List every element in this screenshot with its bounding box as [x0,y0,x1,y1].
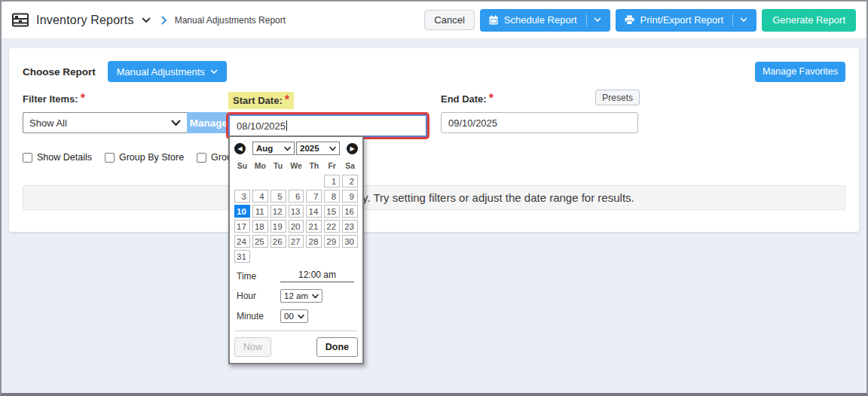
checkbox-box[interactable] [197,153,206,163]
calendar-day-7[interactable]: 7 [306,190,322,203]
empty-results-bar: y. Try setting filters or adjust the dat… [23,185,845,210]
calendar-day-12[interactable]: 12 [270,205,286,218]
calendar-day-30[interactable]: 30 [342,235,358,248]
calendar-grid: 1234567891011121314151617181920212223242… [234,175,358,263]
required-asterisk: * [285,93,289,106]
calendar-day-25[interactable]: 25 [252,235,268,248]
hour-value: 12 am [284,291,308,300]
checkbox-group-by-store[interactable]: Group By Store [105,152,184,163]
filter-items-label: Filter Items: [23,93,78,105]
weekday-label: Sa [342,161,358,170]
weekday-label: Fr [324,161,340,170]
calendar-day-14[interactable]: 14 [306,205,322,218]
checkbox-box[interactable] [105,153,115,163]
report-select-button[interactable]: Manual Adjustments [108,61,227,82]
manage-favorites-button[interactable]: Manage Favorites [755,62,845,82]
chevron-down-icon [210,69,218,75]
next-month-button[interactable]: ▶ [347,143,358,154]
calendar-day-16[interactable]: 16 [342,205,358,218]
start-date-input[interactable]: 08/10/2025 [228,114,427,137]
schedule-report-label: Schedule Report [504,14,577,26]
calendar-day-3[interactable]: 3 [234,190,250,203]
page-title: Inventory Reports [36,14,134,27]
checkbox-label: Group By Store [119,152,184,163]
chevron-down-icon [284,146,291,151]
end-date-value: 09/10/2025 [448,117,497,129]
presets-button[interactable]: Presets [595,90,640,105]
calendar-day-23[interactable]: 23 [342,220,358,233]
print-export-button[interactable]: Print/Export Report [616,9,757,32]
calendar-day-20[interactable]: 20 [289,220,304,233]
calendar-day-15[interactable]: 15 [324,205,340,218]
report-menu[interactable]: Inventory Reports [12,13,151,27]
calendar-day-1[interactable]: 1 [324,175,340,187]
calendar-day-22[interactable]: 22 [324,220,340,233]
calendar-day-9[interactable]: 9 [342,190,358,203]
checkbox-label: Show Details [37,152,92,163]
hour-label: Hour [237,291,280,301]
checkbox-show-details[interactable]: Show Details [23,152,92,163]
calendar-day-27[interactable]: 27 [289,235,304,248]
weekday-label: Mo [252,161,268,170]
filter-items-value: Show All [29,117,67,129]
calendar-day-19[interactable]: 19 [270,220,286,233]
weekday-label: Su [234,161,250,170]
cancel-button[interactable]: Cancel [424,10,474,30]
generate-report-button[interactable]: Generate Report [762,9,856,32]
calendar-day-10[interactable]: 10 [234,205,250,218]
year-value: 2025 [300,144,319,153]
calendar-day-5[interactable]: 5 [270,190,286,203]
print-export-label: Print/Export Report [640,14,724,26]
minute-value: 00 [284,312,294,321]
manage-filter-button[interactable]: Manage [187,112,231,133]
month-value: Aug [256,144,273,153]
calendar-day-13[interactable]: 13 [289,205,304,218]
calendar-day-11[interactable]: 11 [252,205,268,218]
date-picker-popup: ◀ Aug 2025 ▶ SuMoTuWeThFrSa 123456789101 [228,136,364,364]
start-date-label-highlight: Start Date:* [228,92,294,109]
weekday-label: We [289,161,304,170]
calendar-day-18[interactable]: 18 [252,220,268,233]
required-asterisk: * [81,92,85,105]
end-date-input[interactable]: 09/10/2025 [441,112,638,133]
calendar-day-31[interactable]: 31 [234,250,250,263]
calendar-day-8[interactable]: 8 [324,190,340,203]
hour-select[interactable]: 12 am [280,289,322,303]
calendar-day-24[interactable]: 24 [234,235,250,248]
chevron-down-icon [312,294,319,299]
filter-items-select[interactable]: Show All [23,112,187,133]
report-panel: Choose Report Manual Adjustments Manage … [9,48,859,232]
minute-select[interactable]: 00 [280,309,308,323]
year-select[interactable]: 2025 [296,142,340,155]
empty-results-message: y. Try setting filters or adjust the dat… [362,191,634,204]
calendar-day-28[interactable]: 28 [306,235,322,248]
checkbox-box[interactable] [23,153,32,163]
calendar-day-29[interactable]: 29 [324,235,340,248]
report-select-label: Manual Adjustments [117,66,205,78]
chevron-down-icon [298,314,304,319]
calendar-day-17[interactable]: 17 [234,220,250,233]
calendar-day-6[interactable]: 6 [289,190,304,203]
chevron-down-icon[interactable] [732,14,747,26]
chevron-down-icon[interactable] [142,17,151,23]
calendar-day-26[interactable]: 26 [270,235,286,248]
calendar-day-4[interactable]: 4 [252,190,268,203]
now-button[interactable]: Now [234,337,271,357]
schedule-report-button[interactable]: Schedule Report [480,9,610,32]
start-date-label: Start Date: [233,95,283,106]
previous-month-button[interactable]: ◀ [234,143,246,154]
time-label: Time [237,271,280,282]
chevron-down-icon [329,146,336,151]
calendar-day-21[interactable]: 21 [306,220,322,233]
choose-report-label: Choose Report [23,66,96,78]
calendar-day-2[interactable]: 2 [342,175,358,187]
done-button[interactable]: Done [316,337,358,357]
chevron-down-icon [171,120,181,126]
end-date-label: End Date: [441,93,487,105]
month-select[interactable]: Aug [252,142,295,155]
text-cursor [286,120,287,131]
weekday-label: Tu [270,161,286,170]
chevron-down-icon[interactable] [586,14,601,26]
time-value: 12:00 am [280,270,354,282]
weekday-header-row: SuMoTuWeThFrSa [234,161,358,170]
